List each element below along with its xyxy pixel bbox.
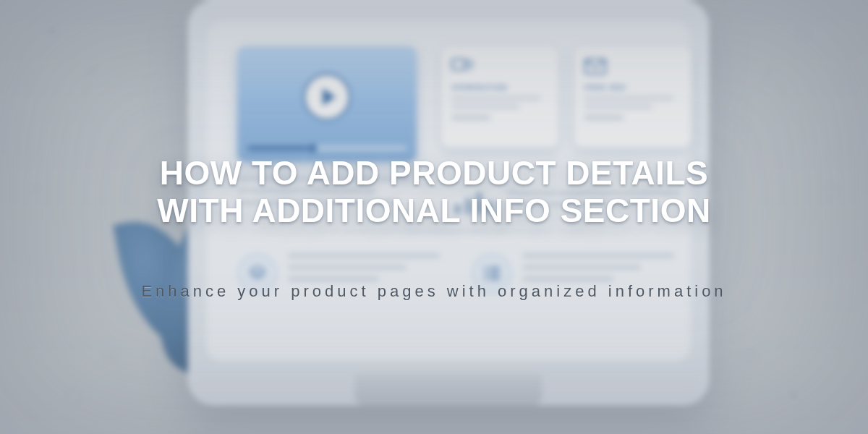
title-line-2: WITH ADDITIONAL INFO SECTION <box>157 192 710 229</box>
hero-banner: ✦ ◇ ⬡ ✧ ◯ ◇ ✦ ⬡ ✧ ◯ APORINATION <box>0 0 868 434</box>
title-line-1: HOW TO ADD PRODUCT DETAILS <box>160 154 708 192</box>
page-subtitle: Enhance your product pages with organize… <box>0 282 868 301</box>
page-title: HOW TO ADD PRODUCT DETAILS WITH ADDITION… <box>0 155 868 229</box>
